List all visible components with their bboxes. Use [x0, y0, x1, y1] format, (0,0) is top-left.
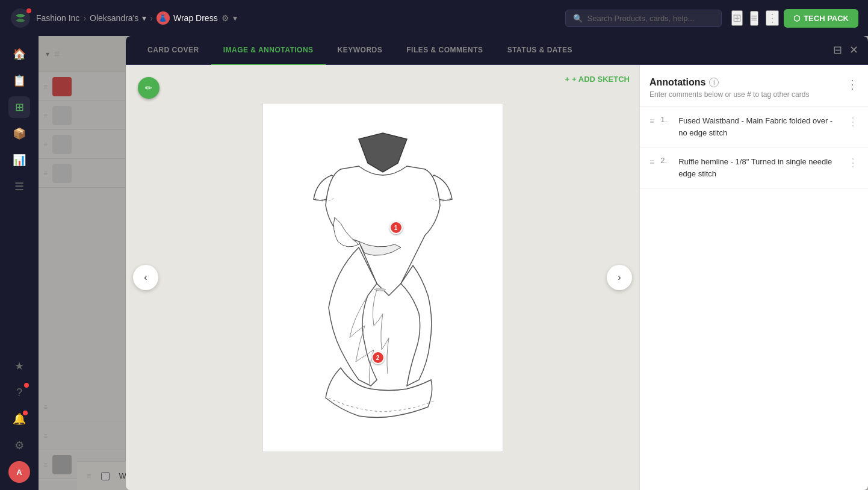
next-image-button[interactable]: ›	[607, 265, 632, 290]
annotations-menu-button[interactable]: ⋮	[846, 77, 858, 91]
product-avatar: 👗	[157, 11, 170, 25]
sidebar-item-list[interactable]: ☰	[8, 176, 30, 197]
search-icon: 🔍	[573, 14, 583, 23]
annotation-text-2[interactable]: Ruffle hemline - 1/8" Turned in single n…	[678, 156, 842, 179]
tab-card-cover[interactable]: CARD COVER	[135, 36, 211, 65]
add-sketch-button[interactable]: + + ADD SKETCH	[565, 75, 630, 84]
sidebar-item-help[interactable]: ?	[8, 382, 30, 403]
main-area: ▾ ≡ ≡ ≡ ≡ ≡ ≡ ≡ ≡	[39, 36, 868, 490]
sidebar-item-favorites[interactable]: ★	[8, 355, 30, 377]
sidebar-bottom: ★ ? 🔔 ⚙ A	[8, 355, 30, 483]
pencil-icon: ✏	[145, 83, 152, 93]
annotation-text-1[interactable]: Fused Waistband - Main Fabric folded ove…	[678, 115, 842, 138]
annotations-header: Annotations i Enter comments below or us…	[640, 65, 868, 107]
sidebar-item-box[interactable]: 📦	[8, 123, 30, 144]
annotation-item-menu-1[interactable]: ⋮	[848, 115, 858, 128]
tech-pack-button[interactable]: ⬡ TECH PACK	[784, 9, 858, 28]
info-icon[interactable]: i	[709, 78, 719, 87]
annotation-item-1: ≡ 1. Fused Waistband - Main Fabric folde…	[640, 107, 868, 147]
tech-pack-icon: ⬡	[793, 14, 800, 23]
tech-pack-label: TECH PACK	[804, 14, 849, 23]
sidebar-item-chart[interactable]: 📊	[8, 149, 30, 171]
drag-handle-icon[interactable]: ≡	[649, 116, 654, 126]
annotation-dot-1[interactable]: 1	[389, 221, 403, 234]
gear-icon[interactable]: ⚙	[222, 13, 229, 23]
tab-files-comments[interactable]: FILES & COMMENTS	[394, 36, 495, 65]
expand-icon[interactable]: ⊟	[833, 43, 842, 57]
tab-image-annotations[interactable]: IMAGE & ANNOTATIONS	[211, 36, 326, 65]
plus-icon: +	[565, 75, 569, 84]
sidebar-item-cards[interactable]: 📋	[8, 70, 30, 91]
annotation-number-1: 1.	[660, 115, 672, 124]
modal-body: ✏	[126, 65, 868, 490]
dress-image-frame: 1 2	[262, 103, 503, 452]
annotation-item-menu-2[interactable]: ⋮	[848, 156, 858, 169]
left-sidebar: 🏠 📋 ⊞ 📦 📊 ☰ ★ ? 🔔 ⚙ A	[0, 36, 39, 490]
prev-image-button[interactable]: ‹	[133, 265, 158, 290]
drag-handle-icon-2[interactable]: ≡	[649, 157, 654, 167]
sidebar-item-settings[interactable]: ⚙	[8, 435, 30, 456]
sidebar-item-home[interactable]: 🏠	[8, 43, 30, 65]
workspace-name[interactable]: Oleksandra's	[90, 13, 138, 23]
chevron-down-icon[interactable]: ▾	[142, 13, 146, 23]
close-icon[interactable]: ✕	[849, 43, 858, 57]
modal-dialog: CARD COVER IMAGE & ANNOTATIONS KEYWORDS …	[126, 36, 868, 490]
add-sketch-label: + ADD SKETCH	[572, 75, 630, 84]
topbar: Fashion Inc › Oleksandra's ▾ › 👗 Wrap Dr…	[0, 0, 868, 36]
topbar-actions: ⊞ ≡ ⋮	[731, 10, 780, 26]
annotations-subtitle: Enter comments below or use # to tag oth…	[649, 90, 846, 99]
annotations-heading: Annotations	[649, 77, 705, 88]
modal-tabs: CARD COVER IMAGE & ANNOTATIONS KEYWORDS …	[126, 36, 868, 65]
image-area: ✏	[126, 65, 639, 490]
annotations-title: Annotations i Enter comments below or us…	[649, 77, 846, 99]
grid-view-icon[interactable]: ⊞	[731, 10, 743, 26]
annotation-item-2: ≡ 2. Ruffle hemline - 1/8" Turned in sin…	[640, 147, 868, 188]
annotation-number-2: 2.	[660, 156, 672, 165]
brand-name[interactable]: Fashion Inc	[36, 13, 79, 23]
more-options-icon[interactable]: ⋮	[766, 10, 779, 26]
product-name[interactable]: Wrap Dress	[173, 13, 218, 23]
sidebar-item-account[interactable]: A	[8, 461, 30, 483]
sidebar-item-notifications[interactable]: 🔔	[8, 408, 30, 430]
sidebar-item-board[interactable]: ⊞	[8, 96, 30, 118]
annotations-panel: Annotations i Enter comments below or us…	[639, 65, 868, 490]
tab-keywords[interactable]: KEYWORDS	[326, 36, 395, 65]
search-bar[interactable]: 🔍 Search Products, cards, help...	[565, 10, 722, 27]
search-placeholder: Search Products, cards, help...	[587, 14, 695, 23]
chevron-down-icon2[interactable]: ▾	[233, 13, 237, 23]
menu-icon[interactable]: ≡	[750, 11, 759, 26]
modal-overlay: CARD COVER IMAGE & ANNOTATIONS KEYWORDS …	[39, 36, 868, 490]
arrow1: ›	[83, 13, 86, 23]
breadcrumb: Fashion Inc › Oleksandra's ▾ › 👗 Wrap Dr…	[36, 11, 560, 25]
arrow2: ›	[150, 13, 153, 23]
edit-pencil-button[interactable]: ✏	[138, 77, 160, 99]
modal-tab-actions: ⊟ ✕	[833, 43, 858, 57]
tab-status-dates[interactable]: STATUS & DATES	[495, 36, 584, 65]
logo[interactable]	[10, 7, 31, 29]
dress-sketch	[281, 115, 485, 440]
svg-point-1	[26, 8, 31, 13]
annotation-dot-2[interactable]: 2	[371, 351, 385, 364]
